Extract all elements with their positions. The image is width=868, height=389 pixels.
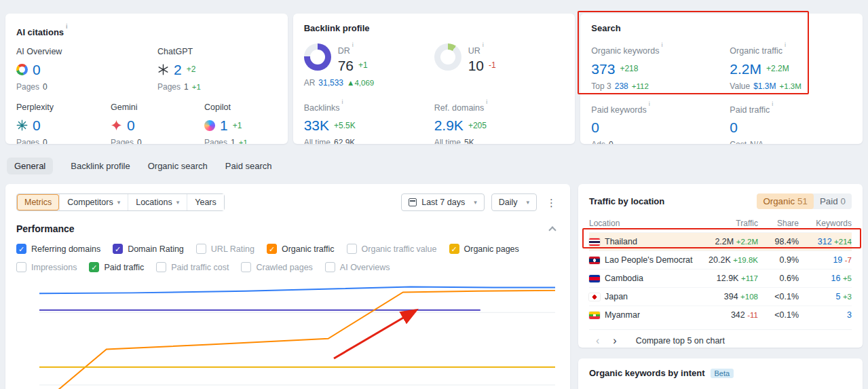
metrics-button[interactable]: Metrics <box>17 194 59 210</box>
chart-toolbar: Metrics Competitors▾ Locations▾ Years La… <box>16 193 559 211</box>
right-column: Traffic by location Organic51 Paid0 Loca… <box>578 184 863 389</box>
organic-traffic-value[interactable]: 2.2M <box>730 61 761 77</box>
organic-toggle[interactable]: Organic51 <box>757 193 814 209</box>
chatgpt-icon <box>157 64 169 75</box>
traffic-value: 394 <box>724 292 738 301</box>
japan-flag-icon <box>589 293 600 301</box>
table-row-thailand[interactable]: Thailand 2.2M +2.2M 98.4% 312 +214 <box>589 232 852 251</box>
tab-backlink-profile[interactable]: Backlink profile <box>71 158 130 174</box>
ai-citation-count[interactable]: 0 <box>33 117 41 133</box>
prev-page-icon[interactable]: ‹ <box>589 335 606 346</box>
years-button[interactable]: Years <box>187 194 224 210</box>
metric-organic-traffic[interactable]: Organic traffic <box>267 244 335 254</box>
metric-organic-pages[interactable]: Organic pages <box>449 244 519 254</box>
table-row-laos[interactable]: Lao People's Democratic Reput 20.2K +19.… <box>589 251 852 269</box>
ai-citation-count[interactable]: 2 <box>174 62 182 77</box>
ai-citation-count[interactable]: 1 <box>220 117 228 133</box>
location-name[interactable]: Lao People's Democratic Reput <box>605 255 693 265</box>
granularity-dropdown[interactable]: Daily▾ <box>491 193 537 211</box>
metric-domain-rating[interactable]: Domain Rating <box>113 244 184 254</box>
table-row-japan[interactable]: Japan 394 +108 <0.1% 5 +3 <box>589 287 852 305</box>
checkbox-icon[interactable] <box>113 244 123 254</box>
keywords-value[interactable]: 312 <box>818 237 832 246</box>
date-range-dropdown[interactable]: Last 7 days▾ <box>401 193 484 211</box>
keywords-value[interactable]: 16 <box>831 274 840 283</box>
ai-source-label: ChatGPT <box>157 47 277 56</box>
backlinks-value[interactable]: 33K <box>304 117 329 133</box>
organic-traffic-label: Organic traffic <box>730 41 852 56</box>
col-location[interactable]: Location <box>589 219 693 228</box>
location-name[interactable]: Cambodia <box>605 274 643 283</box>
metric-paid-traffic-cost[interactable]: Paid traffic cost <box>156 262 229 272</box>
share-value: <0.1% <box>758 310 799 320</box>
checkbox-icon[interactable] <box>16 244 26 254</box>
location-name[interactable]: Thailand <box>605 237 637 246</box>
metric-ai-overviews[interactable]: AI Overviews <box>325 262 390 272</box>
collapse-chevron-icon[interactable] <box>548 226 556 234</box>
value-amount[interactable]: $1.3M <box>753 81 776 91</box>
tab-organic-search[interactable]: Organic search <box>148 158 208 174</box>
chevron-down-icon: ▾ <box>176 199 180 206</box>
ai-citation-count[interactable]: 0 <box>33 62 41 77</box>
ref-domains-value[interactable]: 2.9K <box>434 117 464 133</box>
pages-count: 0 <box>43 82 48 92</box>
checkbox-icon[interactable] <box>156 262 166 272</box>
top3-value[interactable]: 238 <box>615 81 628 91</box>
organic-keywords-value[interactable]: 373 <box>591 61 615 77</box>
backlinks-all-time: All time 62.9K <box>304 138 434 144</box>
ai-citation-chatgpt: ChatGPT 2 +2 Pages 1 +1 <box>157 47 277 92</box>
tab-general[interactable]: General <box>7 158 53 174</box>
tab-paid-search[interactable]: Paid search <box>225 158 272 174</box>
location-name[interactable]: Japan <box>605 292 628 301</box>
table-row-myanmar[interactable]: Myanmar 342 -11 <0.1% 3 <box>589 305 852 324</box>
checkbox-icon[interactable] <box>449 244 459 254</box>
checkbox-icon[interactable] <box>267 244 277 254</box>
ai-pages: Pages 1 +1 <box>204 138 277 144</box>
more-options-icon[interactable]: ⋮ <box>544 196 559 209</box>
competitors-dropdown[interactable]: Competitors▾ <box>59 194 128 210</box>
keywords-value[interactable]: 19 <box>833 255 842 265</box>
col-traffic[interactable]: Traffic <box>693 219 758 228</box>
checkbox-icon[interactable] <box>196 244 206 254</box>
checkbox-icon[interactable] <box>241 262 251 272</box>
paid-traffic-value[interactable]: 0 <box>730 119 738 135</box>
checkbox-icon[interactable] <box>89 262 99 272</box>
ai-citations-card: AI citations AI Overview 0 Pages 0 <box>5 14 288 144</box>
keywords-value[interactable]: 3 <box>847 310 852 320</box>
checkbox-icon[interactable] <box>325 262 335 272</box>
top3-change: +112 <box>632 82 649 90</box>
metric-impressions[interactable]: Impressions <box>16 262 77 272</box>
checkbox-icon[interactable] <box>16 262 26 272</box>
compare-top5-link[interactable]: Compare top 5 on chart <box>636 336 725 346</box>
metric-crawled-pages[interactable]: Crawled pages <box>241 262 312 272</box>
metric-referring-domains[interactable]: Referring domains <box>16 244 100 254</box>
paid-traffic-label: Paid traffic <box>730 100 852 115</box>
ar-value[interactable]: 31,533 <box>318 78 343 88</box>
keywords-value[interactable]: 5 <box>835 292 840 301</box>
pages-count: 1 <box>184 82 189 92</box>
metric-url-rating[interactable]: URL Rating <box>196 244 254 254</box>
metric-organic-traffic-value[interactable]: Organic traffic value <box>347 244 437 254</box>
traffic-by-location-card: Traffic by location Organic51 Paid0 Loca… <box>578 184 863 348</box>
keywords-change: -7 <box>845 256 852 264</box>
metric-label: AI Overviews <box>340 263 390 272</box>
next-page-icon[interactable]: › <box>606 335 623 346</box>
paid-keywords-value[interactable]: 0 <box>591 119 599 135</box>
locations-dropdown[interactable]: Locations▾ <box>128 194 187 210</box>
ai-citation-gemini: Gemini 0 Pages 0 <box>111 103 204 144</box>
table-row-cambodia[interactable]: Cambodia 12.9K +117 0.6% 16 +5 <box>589 269 852 287</box>
location-name[interactable]: Myanmar <box>605 310 640 320</box>
domain-rating-block: DR 76 +1 AR 31,533 ▲4,069 <box>304 41 434 88</box>
checkbox-icon[interactable] <box>347 244 357 254</box>
ai-pages: Pages 1 +1 <box>157 82 277 92</box>
col-keywords[interactable]: Keywords <box>799 219 852 228</box>
performance-chart[interactable] <box>39 280 555 389</box>
metric-paid-traffic[interactable]: Paid traffic <box>89 262 144 272</box>
organic-keywords-label-text: Organic keywords <box>591 46 659 56</box>
paid-toggle[interactable]: Paid0 <box>814 193 852 209</box>
col-share[interactable]: Share <box>758 219 799 228</box>
series-referring-domains <box>39 287 555 294</box>
organic-traffic-block: Organic traffic 2.2M +2.2M Value $1.3M +… <box>730 41 852 91</box>
ai-citation-count[interactable]: 0 <box>127 117 135 133</box>
pages-count: 0 <box>137 138 142 144</box>
